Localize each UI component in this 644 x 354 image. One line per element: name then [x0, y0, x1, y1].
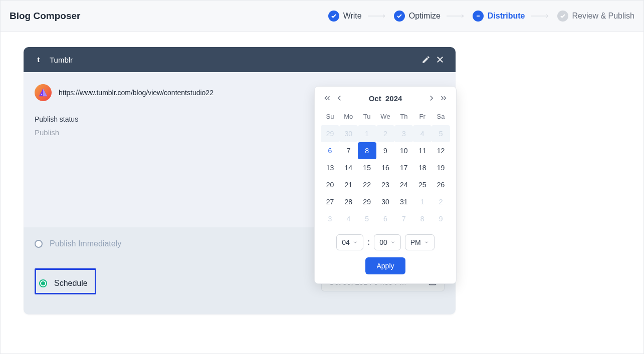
datepicker-day[interactable]: 21: [339, 176, 358, 193]
platform-card: t Tumblr https://www.tum: [24, 47, 456, 314]
tumblr-icon: t: [35, 55, 43, 64]
datepicker-day[interactable]: 7: [339, 142, 358, 159]
svg-marker-7: [43, 89, 47, 97]
datepicker-day[interactable]: 18: [413, 159, 432, 176]
close-icon[interactable]: [436, 55, 445, 64]
datepicker-dow: Fr: [413, 110, 432, 125]
datepicker-day[interactable]: 30: [339, 125, 358, 142]
datepicker-day[interactable]: 1: [358, 125, 376, 142]
datepicker-day[interactable]: 22: [358, 176, 376, 193]
minus-icon: [473, 11, 484, 22]
step-optimize[interactable]: Optimize: [394, 11, 441, 22]
datepicker-day[interactable]: 5: [358, 210, 376, 227]
check-icon: [394, 11, 405, 22]
datepicker-day[interactable]: 4: [413, 125, 432, 142]
datepicker-day[interactable]: 11: [413, 142, 432, 159]
datepicker-day[interactable]: 12: [432, 142, 450, 159]
schedule-option[interactable]: Schedule: [35, 268, 96, 294]
datepicker-day[interactable]: 3: [394, 125, 413, 142]
datepicker-dow: Th: [394, 110, 413, 125]
edit-icon[interactable]: [421, 55, 431, 64]
datepicker-day[interactable]: 15: [358, 159, 376, 176]
schedule-label: Schedule: [54, 279, 88, 288]
datepicker-day[interactable]: 10: [394, 142, 413, 159]
datepicker-day[interactable]: 16: [376, 159, 395, 176]
hour-select[interactable]: 04: [336, 234, 363, 250]
page-title: Blog Composer: [10, 11, 80, 22]
datepicker-day[interactable]: 17: [394, 159, 413, 176]
datepicker-day[interactable]: 29: [321, 125, 339, 142]
radio-icon: [35, 240, 43, 248]
time-colon: :: [367, 238, 370, 247]
datepicker-day[interactable]: 27: [321, 193, 339, 210]
datepicker-day[interactable]: 25: [413, 176, 432, 193]
datepicker-day[interactable]: 8: [413, 210, 432, 227]
radio-icon: [39, 279, 47, 287]
step-label: Distribute: [488, 12, 525, 21]
check-icon: [328, 11, 339, 22]
check-icon: [557, 11, 568, 22]
step-label: Review & Publish: [572, 12, 635, 21]
datepicker-month[interactable]: Oct 2024: [369, 94, 402, 103]
platform-name: Tumblr: [50, 56, 73, 64]
datepicker-day[interactable]: 7: [394, 210, 413, 227]
datepicker-day[interactable]: 2: [432, 193, 450, 210]
datepicker-day[interactable]: 28: [339, 193, 358, 210]
datepicker-dow: Mo: [339, 110, 358, 125]
datepicker-day[interactable]: 4: [339, 210, 358, 227]
datepicker-day[interactable]: 9: [432, 210, 450, 227]
svg-point-8: [41, 94, 42, 95]
arrow-icon: [531, 15, 551, 18]
datepicker-day[interactable]: 1: [413, 193, 432, 210]
datepicker-day[interactable]: 26: [432, 176, 450, 193]
datepicker-day[interactable]: 3: [321, 210, 339, 227]
wizard-steps: Write Optimize Distribute: [328, 11, 634, 22]
prev-month-icon[interactable]: [335, 94, 344, 103]
datepicker-day[interactable]: 30: [376, 193, 395, 210]
blog-url: https://www.tumblr.com/blog/view/content…: [59, 89, 213, 97]
datepicker-day[interactable]: 20: [321, 176, 339, 193]
step-distribute[interactable]: Distribute: [473, 11, 525, 22]
minute-select[interactable]: 00: [374, 234, 401, 250]
datepicker-day[interactable]: 6: [321, 142, 339, 159]
next-year-icon[interactable]: [439, 94, 448, 103]
datepicker-dow: Tu: [358, 110, 376, 125]
datepicker-day[interactable]: 24: [394, 176, 413, 193]
datepicker-day[interactable]: 6: [376, 210, 395, 227]
datepicker-day[interactable]: 2: [376, 125, 395, 142]
arrow-icon: [447, 15, 467, 18]
datepicker-day[interactable]: 29: [358, 193, 376, 210]
datepicker-day[interactable]: 23: [376, 176, 395, 193]
datepicker-day[interactable]: 19: [432, 159, 450, 176]
datepicker-day[interactable]: 8: [358, 142, 376, 159]
datepicker-day[interactable]: 31: [394, 193, 413, 210]
step-write[interactable]: Write: [328, 11, 362, 22]
publish-immediately-label: Publish Immediately: [50, 239, 121, 248]
next-month-icon[interactable]: [427, 94, 436, 103]
datepicker-dow: Su: [321, 110, 339, 125]
step-label: Optimize: [409, 12, 441, 21]
datepicker: Oct 2024 SuMoTuWeThFrSa 2930123456789101…: [314, 86, 457, 284]
datepicker-day[interactable]: 13: [321, 159, 339, 176]
datepicker-dow: We: [376, 110, 395, 125]
ampm-select[interactable]: PM: [405, 234, 435, 250]
datepicker-day[interactable]: 9: [376, 142, 395, 159]
apply-button[interactable]: Apply: [365, 257, 405, 274]
arrow-icon: [368, 15, 388, 18]
datepicker-dow: Sa: [432, 110, 450, 125]
datepicker-day[interactable]: 5: [432, 125, 450, 142]
step-label: Write: [343, 12, 362, 21]
step-review[interactable]: Review & Publish: [557, 11, 635, 22]
avatar: [35, 84, 52, 101]
datepicker-day[interactable]: 14: [339, 159, 358, 176]
prev-year-icon[interactable]: [323, 94, 332, 103]
